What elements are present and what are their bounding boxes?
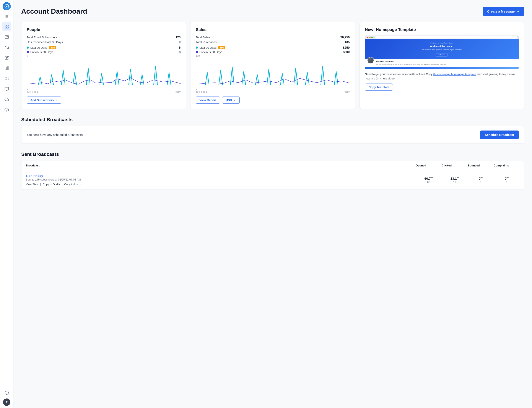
template-preview-image: Business or Newsletter Name Add a catchy… <box>365 35 519 69</box>
sliders-icon <box>5 76 9 81</box>
svg-rect-11 <box>6 67 7 70</box>
monitor-icon <box>5 87 9 91</box>
indigo-dot <box>27 51 29 53</box>
edit-icon <box>5 56 9 60</box>
schedule-broadcast-button[interactable]: Schedule Broadcast <box>480 130 519 139</box>
svg-rect-7 <box>7 27 8 28</box>
indigo-dot <box>196 51 198 53</box>
col-bounced: Bounced <box>468 164 494 167</box>
sidebar-item-cloud2[interactable] <box>2 105 11 114</box>
cloud2-icon <box>5 108 9 112</box>
currency-selector[interactable]: USD <box>222 96 240 104</box>
change-badge: -37% <box>49 46 56 49</box>
people-chart-y: 2 <box>27 55 180 57</box>
sidebar-item-dashboard[interactable] <box>2 22 11 31</box>
bounced-stat: 0% 0 <box>468 174 494 186</box>
people-legend-prev: Previous 30 Days 8 <box>27 50 180 54</box>
add-subscribers-button[interactable]: Add Subscribers <box>27 96 61 104</box>
mail-icon <box>5 35 9 39</box>
user-avatar[interactable]: T <box>3 399 10 406</box>
cloud-icon <box>5 97 9 102</box>
svg-rect-22 <box>5 87 9 90</box>
sales-chart-dates: Tue, Feb 1 Today <box>196 91 350 93</box>
broadcast-name-link[interactable]: 5 on Friday <box>26 174 416 178</box>
copy-to-list-link[interactable]: Copy to List <box>64 183 79 186</box>
chevron-down-icon <box>55 99 58 102</box>
stats-cards: People Total Email Subscribers 123 Unsub… <box>21 22 524 109</box>
people-stat-unsubscribed: Unsubscribed Past 30 Days 0 <box>27 40 180 44</box>
sidebar-item-integrations[interactable] <box>2 95 11 104</box>
sales-card: Sales Total Sales $6,750 Total Purchases… <box>190 22 355 109</box>
svg-rect-4 <box>5 25 6 26</box>
sales-legend-prev: Previous 30 Days $600 <box>196 50 350 54</box>
broadcast-meta: Sent to 145 subscribers at 02/25/22 07:0… <box>26 178 416 181</box>
svg-point-9 <box>5 46 7 47</box>
main-content: Account Dashboard Create a Message Peopl… <box>13 0 532 408</box>
barchart-icon <box>5 66 9 70</box>
sales-chart-y: 100 <box>196 55 350 57</box>
svg-rect-5 <box>7 25 8 26</box>
sidebar: T <box>0 0 13 408</box>
broadcast-info: 5 on Friday Sent to 145 subscribers at 0… <box>26 174 416 186</box>
col-clicked: Clicked <box>442 164 468 167</box>
col-opened: Opened <box>416 164 442 167</box>
view-stats-link[interactable]: View Stats <box>26 183 39 186</box>
chevron-down-icon <box>79 183 82 186</box>
people-chart-dates: Tue, Feb 1 Today <box>27 91 180 93</box>
template-card-title: New! Homepage Template <box>365 27 519 32</box>
broadcast-actions: View Stats | Copy to Drafts | Copy to Li… <box>26 183 416 186</box>
template-description: Need to get your business or side-hustle… <box>365 72 519 81</box>
scheduled-broadcasts-section: You don't have any scheduled broadcasts … <box>21 126 524 144</box>
scheduled-section-title: Scheduled Broadcasts <box>21 117 524 122</box>
page-title: Account Dashboard <box>21 7 87 15</box>
users-icon <box>5 45 9 50</box>
sidebar-item-automation[interactable] <box>2 74 11 83</box>
copy-template-button[interactable]: Copy Template <box>365 84 393 91</box>
people-card-title: People <box>27 27 180 32</box>
table-header-row: Broadcast ↓ Opened Clicked Bounced Compl… <box>21 161 524 170</box>
scheduled-empty-message: You don't have any scheduled broadcasts <box>27 133 83 136</box>
sidebar-toggle[interactable] <box>4 13 10 19</box>
view-report-button[interactable]: View Report <box>196 96 220 104</box>
sidebar-item-messages[interactable] <box>2 33 11 42</box>
change-badge: -58% <box>218 46 225 49</box>
sent-section-title: Sent Broadcasts <box>21 152 524 157</box>
sidebar-item-help[interactable] <box>2 388 11 397</box>
teal-dot <box>27 47 29 49</box>
sidebar-item-edit[interactable] <box>2 53 11 62</box>
chevron-down-icon <box>516 10 520 13</box>
page-header: Account Dashboard Create a Message <box>21 7 524 16</box>
svg-rect-12 <box>8 67 8 70</box>
sales-card-footer: View Report USD <box>196 96 350 104</box>
template-card: New! Homepage Template Business or Newsl… <box>360 22 524 109</box>
sidebar-item-audience[interactable] <box>2 43 11 52</box>
sales-chart <box>196 59 350 85</box>
col-complaints: Complaints <box>494 164 520 167</box>
sent-broadcasts-table: Broadcast ↓ Opened Clicked Bounced Compl… <box>21 161 524 190</box>
people-card: People Total Email Subscribers 123 Unsub… <box>21 22 186 109</box>
people-legend-30: Last 30 Days -37% 5 <box>27 46 180 49</box>
complaints-stat: 0% 0 <box>494 174 520 186</box>
sales-card-title: Sales <box>196 27 350 32</box>
create-message-button[interactable]: Create a Message <box>483 7 524 16</box>
grid-icon <box>5 25 9 29</box>
template-link[interactable]: this one-page homepage template <box>433 73 476 76</box>
sales-stat-total: Total Sales $6,750 <box>196 35 350 39</box>
people-chart <box>27 59 180 85</box>
chevron-down-icon <box>233 99 236 102</box>
broadcast-row: 5 on Friday Sent to 145 subscribers at 0… <box>21 170 524 190</box>
sidebar-item-forms[interactable] <box>2 85 11 94</box>
sales-legend-30: Last 30 Days -58% $250 <box>196 46 350 49</box>
help-icon <box>5 391 9 395</box>
people-stat-subscribers: Total Email Subscribers 123 <box>27 35 180 39</box>
sidebar-item-reports[interactable] <box>2 64 11 73</box>
logo[interactable] <box>3 2 11 10</box>
teal-dot <box>196 47 198 49</box>
clicked-stat: 13.1% 19 <box>442 174 468 186</box>
copy-to-drafts-link[interactable]: Copy to Drafts <box>43 183 60 186</box>
people-card-footer: Add Subscribers <box>27 96 180 104</box>
sales-chart-labels: 0 <box>196 87 350 90</box>
svg-rect-6 <box>5 27 6 28</box>
col-broadcast: Broadcast ↓ <box>26 164 416 167</box>
svg-rect-10 <box>5 68 6 70</box>
